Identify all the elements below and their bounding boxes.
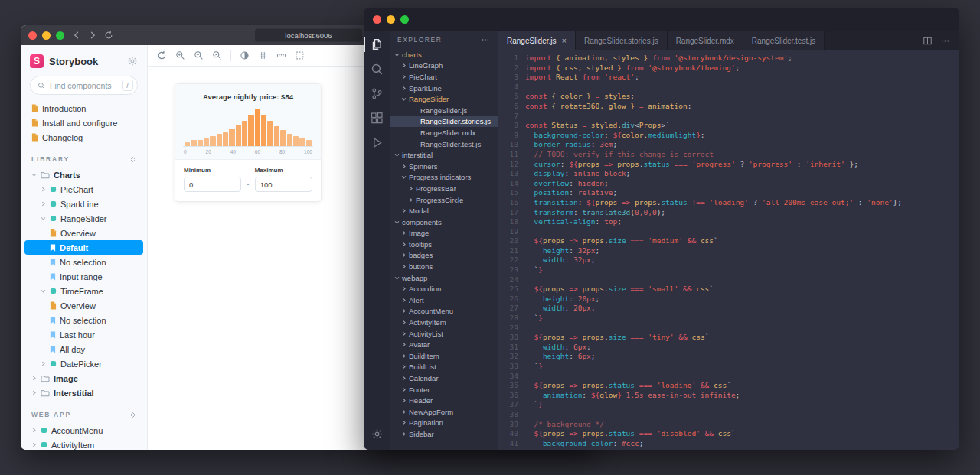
search-icon[interactable] xyxy=(371,63,384,76)
run-icon[interactable] xyxy=(371,136,384,149)
forward-icon[interactable] xyxy=(88,31,97,40)
explorer-item-rangeslider[interactable]: RangeSlider xyxy=(390,93,498,105)
explorer-tree[interactable]: chartsLineGraphPieChartSparkLineRangeSli… xyxy=(390,49,498,450)
zoom-out-icon[interactable] xyxy=(194,50,204,60)
back-icon[interactable] xyxy=(72,31,81,40)
explorer-item-rangeslider-stories-js[interactable]: RangeSlider.stories.js xyxy=(390,116,498,128)
explorer-item-activitylist[interactable]: ActivityList xyxy=(390,328,498,340)
explorer-item-linegraph[interactable]: LineGraph xyxy=(390,60,498,72)
chevron-down-icon[interactable] xyxy=(41,288,46,294)
explorer-item-calendar[interactable]: Calendar xyxy=(390,373,498,384)
explorer-item-alert[interactable]: Alert xyxy=(390,294,498,306)
minimize-button[interactable] xyxy=(42,31,51,40)
url-bar[interactable]: localhost:6006 xyxy=(255,29,362,42)
chevron-right-icon[interactable] xyxy=(31,428,37,433)
chevron-right-icon[interactable] xyxy=(401,409,407,415)
sidebar-item-timeframe[interactable]: TimeFrame xyxy=(24,284,143,298)
sidebar-item-no-selection[interactable]: No selection xyxy=(24,313,143,327)
explorer-item-pagination[interactable]: Pagination xyxy=(390,418,498,429)
sidebar-item-accountmenu[interactable]: AccountMenu xyxy=(24,423,143,438)
gear-icon[interactable] xyxy=(127,56,138,67)
sidebar-item-all-day[interactable]: All day xyxy=(24,342,143,356)
expand-all-icon[interactable] xyxy=(129,156,136,163)
sidebar-item-last-hour[interactable]: Last hour xyxy=(24,327,143,342)
maximize-button[interactable] xyxy=(56,31,64,40)
explorer-item-charts[interactable]: charts xyxy=(390,49,498,60)
sidebar-item-install-and-configure[interactable]: Install and configure xyxy=(24,115,143,130)
explorer-item-avatar[interactable]: Avatar xyxy=(390,339,498,350)
zoom-reset-icon[interactable] xyxy=(212,50,222,60)
chevron-right-icon[interactable] xyxy=(401,431,407,437)
code-editor[interactable]: 1import { animation, styles } from '@sto… xyxy=(498,50,959,450)
explorer-item-spinners[interactable]: Spinners xyxy=(390,161,498,172)
more-actions-icon[interactable] xyxy=(481,35,490,44)
chevron-down-icon[interactable] xyxy=(394,52,400,57)
explorer-item-tooltips[interactable]: tooltips xyxy=(390,239,498,250)
chevron-right-icon[interactable] xyxy=(401,376,407,381)
sidebar-item-piechart[interactable]: PieChart xyxy=(24,182,143,197)
explorer-item-buildlist[interactable]: BuildList xyxy=(390,362,498,373)
chevron-down-icon[interactable] xyxy=(41,216,46,221)
explorer-item-accordion[interactable]: Accordion xyxy=(390,283,498,294)
chevron-right-icon[interactable] xyxy=(401,398,407,403)
more-actions-icon[interactable] xyxy=(940,36,950,46)
sidebar-item-interstitial[interactable]: Interstitial xyxy=(24,386,143,400)
sidebar-item-overview[interactable]: Overview xyxy=(24,226,143,240)
explorer-item-rangeslider-mdx[interactable]: RangeSlider.mdx xyxy=(390,127,498,138)
explorer-item-footer[interactable]: Footer xyxy=(390,384,498,395)
explorer-item-sparkline[interactable]: SparkLine xyxy=(390,83,498,94)
explorer-item-newappform[interactable]: NewAppForm xyxy=(390,406,498,418)
chevron-right-icon[interactable] xyxy=(31,376,37,381)
chevron-right-icon[interactable] xyxy=(31,442,37,447)
maximize-button[interactable] xyxy=(400,15,409,24)
chevron-right-icon[interactable] xyxy=(401,298,407,303)
split-editor-icon[interactable] xyxy=(923,36,933,46)
close-button[interactable] xyxy=(28,31,37,40)
chevron-right-icon[interactable] xyxy=(408,186,413,191)
maximum-input[interactable] xyxy=(255,177,312,192)
sidebar-item-charts[interactable]: Charts xyxy=(24,168,143,182)
minimum-input[interactable] xyxy=(184,177,241,192)
explorer-item-sidebar[interactable]: Sidebar xyxy=(390,428,498,440)
sidebar-item-changelog[interactable]: Changelog xyxy=(24,130,143,145)
chevron-right-icon[interactable] xyxy=(401,208,407,213)
explorer-item-components[interactable]: components xyxy=(390,216,498,228)
sidebar-item-image[interactable]: Image xyxy=(24,371,143,386)
explorer-item-interstitial[interactable]: interstitial xyxy=(390,149,498,161)
explorer-icon[interactable] xyxy=(371,38,384,51)
chevron-right-icon[interactable] xyxy=(41,361,46,366)
chevron-right-icon[interactable] xyxy=(408,197,413,203)
chevron-right-icon[interactable] xyxy=(401,353,407,359)
chevron-right-icon[interactable] xyxy=(401,230,407,236)
explorer-item-buttons[interactable]: buttons xyxy=(390,261,498,272)
tab-rangeslider-mdx[interactable]: RangeSlider.mdx xyxy=(668,31,743,50)
chevron-right-icon[interactable] xyxy=(41,201,46,207)
sidebar-item-datepicker[interactable]: DatePicker xyxy=(24,356,143,371)
explorer-item-modal[interactable]: Modal xyxy=(390,205,498,216)
sidebar-item-no-selection[interactable]: No selection xyxy=(24,255,143,269)
chevron-right-icon[interactable] xyxy=(401,242,407,247)
sidebar-item-input-range[interactable]: Input range xyxy=(24,269,143,284)
chevron-right-icon[interactable] xyxy=(401,164,407,169)
chevron-right-icon[interactable] xyxy=(401,342,407,347)
sidebar-item-sparkline[interactable]: SparkLine xyxy=(24,197,143,211)
explorer-item-progresscircle[interactable]: ProgressCircle xyxy=(390,194,498,206)
close-button[interactable] xyxy=(373,15,381,24)
minimize-button[interactable] xyxy=(387,15,395,24)
chevron-right-icon[interactable] xyxy=(401,264,407,269)
expand-all-icon[interactable] xyxy=(129,412,136,418)
chevron-right-icon[interactable] xyxy=(401,308,407,314)
explorer-item-header[interactable]: Header xyxy=(390,395,498,406)
explorer-item-builditem[interactable]: BuildItem xyxy=(390,350,498,362)
chevron-right-icon[interactable] xyxy=(401,286,407,291)
explorer-item-progress-indicators[interactable]: Progress indicators xyxy=(390,172,498,184)
chevron-down-icon[interactable] xyxy=(31,172,37,177)
chevron-right-icon[interactable] xyxy=(401,252,407,258)
chevron-right-icon[interactable] xyxy=(401,320,407,325)
extensions-icon[interactable] xyxy=(371,112,384,125)
close-icon[interactable]: × xyxy=(561,37,566,45)
tab-rangeslider-test-js[interactable]: RangeSlider.test.js xyxy=(743,31,825,50)
chevron-right-icon[interactable] xyxy=(401,387,407,392)
sidebar-scroll[interactable]: IntroductionInstall and configureChangel… xyxy=(21,99,147,450)
search-box[interactable]: / xyxy=(30,76,138,95)
